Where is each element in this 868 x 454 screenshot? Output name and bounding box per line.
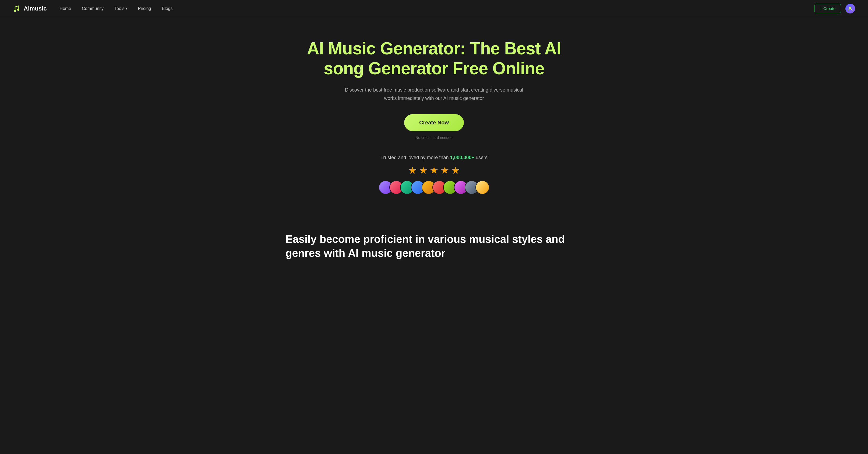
trust-section: Trusted and loved by more than 1,000,000…	[379, 155, 489, 194]
bottom-section-title: Easily become proficient in various musi…	[285, 232, 583, 260]
star-2: ★	[419, 165, 428, 176]
logo-icon	[13, 4, 22, 13]
logo[interactable]: Aimusic	[13, 4, 47, 13]
trust-text: Trusted and loved by more than 1,000,000…	[380, 155, 488, 161]
nav-home-link[interactable]: Home	[60, 6, 71, 11]
svg-point-1	[14, 10, 16, 12]
trust-text-before: Trusted and loved by more than	[380, 155, 450, 160]
hero-subtitle: Discover the best free music production …	[343, 86, 525, 102]
nav-blogs[interactable]: Blogs	[162, 6, 173, 11]
nav-tools-link[interactable]: Tools ▾	[114, 6, 127, 11]
star-rating: ★ ★ ★ ★ ★	[408, 165, 460, 176]
nav-tools[interactable]: Tools ▾	[114, 6, 127, 11]
nav-links: Home Community Tools ▾ Pricing Blogs	[60, 6, 173, 11]
user-icon	[847, 6, 853, 11]
create-now-button[interactable]: Create Now	[404, 114, 464, 131]
nav-community-link[interactable]: Community	[82, 6, 103, 11]
trust-highlight: 1,000,000+	[450, 155, 474, 160]
user-avatars-row	[379, 180, 489, 194]
svg-point-2	[17, 9, 19, 11]
hero-section: AI Music Generator: The Best AI song Gen…	[300, 17, 568, 216]
hero-title: AI Music Generator: The Best AI song Gen…	[306, 39, 562, 78]
nav-pricing-link[interactable]: Pricing	[138, 6, 151, 11]
nav-blogs-link[interactable]: Blogs	[162, 6, 173, 11]
nav-home[interactable]: Home	[60, 6, 71, 11]
star-3: ★	[430, 165, 438, 176]
star-4: ★	[440, 165, 449, 176]
nav-community[interactable]: Community	[82, 6, 103, 11]
navbar-right: + Create	[814, 4, 855, 13]
bottom-section: Easily become proficient in various musi…	[273, 216, 595, 271]
navbar-left: Aimusic Home Community Tools ▾ Pricing B…	[13, 4, 173, 13]
create-button[interactable]: + Create	[814, 4, 841, 13]
navbar: Aimusic Home Community Tools ▾ Pricing B…	[0, 0, 868, 17]
user-avatar[interactable]	[845, 4, 855, 13]
user-avatar-10	[475, 180, 489, 194]
chevron-down-icon: ▾	[126, 7, 127, 10]
svg-rect-0	[13, 4, 22, 13]
svg-point-3	[849, 7, 851, 9]
no-credit-text: No credit card needed	[415, 136, 453, 140]
trust-text-after: users	[474, 155, 488, 160]
star-5: ★	[451, 165, 460, 176]
star-1: ★	[408, 165, 417, 176]
nav-pricing[interactable]: Pricing	[138, 6, 151, 11]
brand-name: Aimusic	[24, 5, 47, 12]
